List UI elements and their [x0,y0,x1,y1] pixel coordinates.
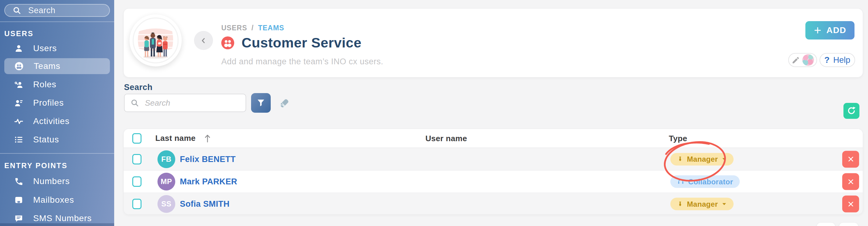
activities-icon [14,117,23,126]
sidebar-item-numbers[interactable]: Numbers [4,173,110,189]
type-badge-dropdown[interactable]: Manager [670,198,734,211]
close-icon [846,155,855,163]
search-icon [12,6,22,15]
pagination-button[interactable] [816,222,835,226]
help-button-label: Help [833,55,850,65]
headset-icon [677,178,684,185]
funnel-icon [256,98,266,108]
sidebar-item-label: Profiles [33,98,64,108]
delete-row-button[interactable] [842,173,859,190]
column-header-user-name: User name [425,134,467,143]
sidebar-item-sms[interactable]: SMS Numbers [4,211,110,226]
team-mini-avatar [802,54,814,66]
column-header-last-name[interactable]: Last name [155,134,212,143]
sidebar-item-mailboxes[interactable]: Mailboxes [4,192,110,208]
plus-icon [813,26,822,35]
sidebar-item-status[interactable]: Status [4,132,110,148]
add-button[interactable]: ADD [805,21,855,39]
breadcrumb-teams[interactable]: TEAMS [258,24,284,32]
question-mark-icon: ? [825,55,830,65]
user-name-link[interactable]: Sofia SMITH [180,199,229,209]
pencil-icon [791,56,799,64]
avatar: MP [157,173,175,190]
back-button[interactable] [194,31,213,50]
select-all-checkbox[interactable] [132,133,142,144]
sidebar-item-label: Mailboxes [33,195,74,205]
sidebar-item-label: Activities [33,116,69,126]
screen: Search USERS Users Teams [0,0,868,226]
sidebar-item-profiles[interactable]: Profiles [4,95,110,111]
sidebar-divider [0,153,114,154]
chevron-down-icon [722,202,727,206]
sidebar-item-label: Status [33,135,59,145]
user-name-link[interactable]: Felix BENETT [180,154,236,164]
breadcrumb-separator: / [251,24,253,32]
filter-button[interactable] [251,93,271,113]
close-icon [846,177,855,186]
eraser-icon[interactable] [278,97,291,110]
status-list-icon [14,135,23,144]
sidebar-section-entry-points: ENTRY POINTS [4,161,67,170]
sidebar-item-label: Numbers [33,176,70,186]
sidebar-item-label: SMS Numbers [33,214,92,223]
sms-bubble-icon [14,214,23,223]
row-checkbox[interactable] [132,199,142,209]
table-row-mark-parker: MP Mark PARKER Collaborator [124,170,863,193]
tie-icon [677,200,683,207]
team-members-table: Last name User name Type FB Felix BENETT… [123,128,863,215]
row-checkbox[interactable] [132,176,142,187]
edit-team-avatar-button[interactable] [788,53,817,67]
close-icon [846,200,855,208]
sidebar-item-label: Roles [33,80,57,89]
search-input[interactable] [124,94,246,112]
sort-asc-icon [204,134,212,143]
refresh-icon [846,106,856,116]
delete-row-button[interactable] [842,196,859,213]
user-name-link[interactable]: Mark PARKER [180,177,237,187]
type-badge: Collaborator [670,176,740,188]
search-box [124,94,246,112]
table-row-sofia-smith: SS Sofia SMITH Manager [124,193,863,215]
page-subtitle: Add and manage the team’s INO cx users. [221,57,383,67]
sidebar-search-placeholder: Search [28,6,56,15]
roles-icon [14,80,23,89]
search-section-label: Search [124,83,153,92]
sidebar: Search USERS Users Teams [0,0,114,226]
search-icon [130,98,140,108]
mailbox-icon [14,195,23,204]
title-row: Customer Service [221,35,362,51]
sidebar-item-users[interactable]: Users [4,40,110,57]
breadcrumb-users[interactable]: USERS [221,24,247,32]
teams-icon [14,61,24,71]
tie-icon [677,156,683,163]
avatar: SS [157,195,175,213]
pagination-button[interactable] [839,222,859,226]
column-header-type: Type [669,134,687,143]
team-illustration [129,14,182,67]
sidebar-search-input[interactable]: Search [4,4,110,17]
sidebar-item-label: Users [33,43,57,53]
refresh-button[interactable] [843,103,859,119]
team-header-card: USERS / TEAMS Customer Service Add and m… [123,8,863,77]
delete-row-button[interactable] [842,151,859,167]
sidebar-item-label: Teams [34,61,60,71]
breadcrumb: USERS / TEAMS [221,24,284,32]
add-button-label: ADD [826,26,846,35]
type-badge-dropdown[interactable]: Manager [670,153,734,165]
table-header-row: Last name User name Type [124,129,863,148]
sidebar-divider [0,22,114,22]
help-button[interactable]: ? Help [819,53,855,67]
team-red-icon [221,36,235,50]
sidebar-item-teams[interactable]: Teams [4,58,110,74]
sidebar-item-activities[interactable]: Activities [4,113,110,129]
sidebar-section-users: USERS [4,29,33,38]
user-icon [14,44,23,53]
chevron-down-icon [722,157,727,161]
avatar: FB [157,150,175,168]
row-checkbox[interactable] [132,154,142,164]
page-title: Customer Service [242,35,362,51]
table-row-felix-benett: FB Felix BENETT Manager [124,148,863,170]
chevron-left-icon [199,36,208,45]
phone-icon [14,177,23,186]
sidebar-item-roles[interactable]: Roles [4,77,110,92]
